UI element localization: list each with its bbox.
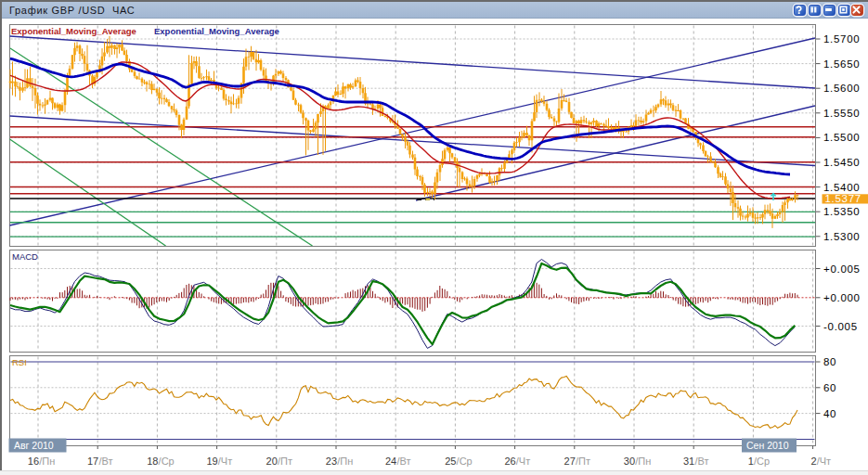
svg-text:1.5350: 1.5350 — [823, 206, 860, 217]
svg-text:1.5550: 1.5550 — [823, 108, 860, 119]
svg-text:Сен 2010: Сен 2010 — [746, 440, 789, 451]
svg-text:/Вт: /Вт — [98, 456, 112, 467]
svg-text:18: 18 — [147, 456, 158, 467]
svg-text:1.5400: 1.5400 — [823, 182, 860, 193]
svg-text:/Ср: /Ср — [457, 456, 473, 467]
svg-text:/Ср: /Ср — [754, 456, 770, 467]
svg-text:16: 16 — [28, 456, 39, 467]
svg-text:/Пт: /Пт — [278, 456, 292, 467]
svg-text:1: 1 — [748, 456, 754, 467]
svg-text:19: 19 — [206, 456, 217, 467]
svg-text:80: 80 — [823, 356, 836, 367]
svg-text:/Чт: /Чт — [516, 456, 530, 467]
svg-text:26: 26 — [504, 456, 515, 467]
svg-text:30: 30 — [624, 456, 635, 467]
svg-text:/Вт: /Вт — [396, 456, 410, 467]
svg-text:27: 27 — [564, 456, 576, 467]
svg-text:/Пн: /Пн — [635, 456, 651, 467]
svg-text:1.5650: 1.5650 — [823, 58, 860, 70]
svg-text:20: 20 — [266, 456, 278, 467]
svg-text:+0.005: +0.005 — [823, 263, 861, 275]
svg-text:23: 23 — [326, 456, 337, 467]
svg-text:1.5600: 1.5600 — [823, 83, 860, 94]
svg-text:RSI: RSI — [12, 357, 27, 367]
svg-text:/Вт: /Вт — [694, 456, 708, 467]
svg-text:/Чт: /Чт — [218, 456, 232, 467]
svg-text:Авг 2010: Авг 2010 — [14, 440, 54, 451]
svg-text:-0.005: -0.005 — [823, 321, 858, 332]
svg-text:60: 60 — [823, 382, 836, 393]
svg-text:1.5377: 1.5377 — [825, 193, 862, 204]
svg-text:24: 24 — [385, 456, 396, 467]
svg-text:/Ср: /Ср — [159, 456, 175, 467]
svg-text:Exponential_Moving_Average: Exponential_Moving_Average — [154, 26, 279, 36]
svg-text:17: 17 — [87, 456, 98, 467]
svg-text:1.5500: 1.5500 — [823, 132, 860, 143]
svg-text:MACD: MACD — [12, 251, 38, 262]
svg-text:+0.000: +0.000 — [823, 292, 861, 303]
svg-text:1.5700: 1.5700 — [823, 33, 860, 45]
svg-text:31: 31 — [683, 456, 694, 467]
svg-text:/Чт: /Чт — [817, 456, 831, 467]
svg-text:25: 25 — [445, 456, 456, 467]
svg-text:1.5300: 1.5300 — [823, 231, 860, 242]
svg-text:/Пт: /Пт — [576, 456, 590, 467]
svg-text:/Пн: /Пн — [337, 456, 353, 467]
svg-text:/Пн: /Пн — [39, 456, 55, 467]
svg-text:40: 40 — [823, 408, 836, 419]
svg-text:Exponential_Moving_Average: Exponential_Moving_Average — [11, 26, 136, 36]
svg-text:1.5450: 1.5450 — [823, 157, 860, 168]
